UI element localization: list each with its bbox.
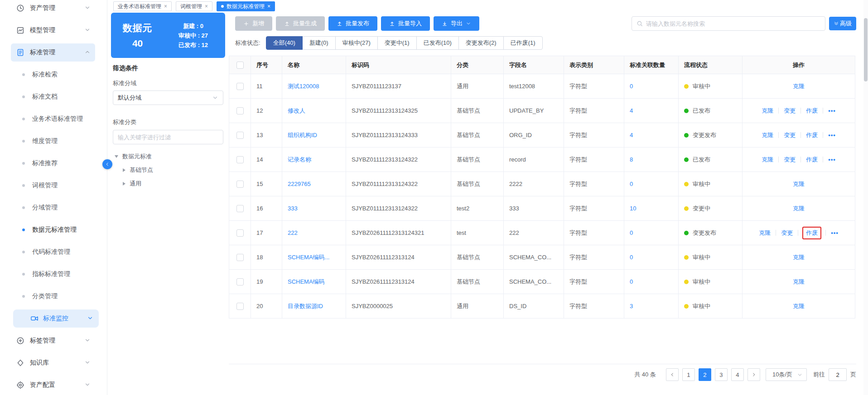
relation-count-link[interactable]: 0 <box>630 229 633 236</box>
sidebar-item-standard-monitor[interactable]: 标准监控 <box>13 309 99 328</box>
row-checkbox[interactable] <box>236 156 244 163</box>
prev-page-button[interactable] <box>666 368 679 381</box>
relation-count-link[interactable]: 8 <box>630 156 633 163</box>
row-checkbox[interactable] <box>236 83 244 90</box>
next-page-button[interactable] <box>747 368 760 381</box>
op-link-变更[interactable]: 变更 <box>784 156 796 164</box>
page-size-select[interactable]: 10条/页 <box>766 368 807 381</box>
goto-page-input[interactable] <box>829 368 847 381</box>
sidebar-item-model-mgmt[interactable]: 模型管理 <box>11 21 95 39</box>
sidebar-item-standard-recommend[interactable]: 标准推荐 <box>11 154 95 172</box>
more-actions-button[interactable]: ••• <box>828 156 836 163</box>
relation-count-link[interactable]: 4 <box>630 132 633 138</box>
name-link[interactable]: 修改人 <box>288 107 305 114</box>
row-checkbox[interactable] <box>236 205 244 212</box>
category-keyword-input[interactable] <box>113 130 223 144</box>
op-link-变更[interactable]: 变更 <box>784 107 796 115</box>
select-all-checkbox[interactable] <box>236 62 244 69</box>
批量生成-button[interactable]: 批量生成 <box>276 16 325 31</box>
op-link-作废[interactable]: 作废 <box>806 229 818 236</box>
page-tab[interactable]: 词根管理× <box>176 1 212 11</box>
sidebar-item-standard-doc[interactable]: 标准文档 <box>11 88 95 106</box>
status-tab[interactable]: 已发布(10) <box>416 36 459 50</box>
op-link-克隆[interactable]: 克隆 <box>793 278 805 286</box>
page-button-4[interactable]: 4 <box>731 368 744 381</box>
close-icon[interactable]: × <box>164 3 167 10</box>
status-tab[interactable]: 新建(0) <box>302 36 336 50</box>
row-checkbox[interactable] <box>236 303 244 310</box>
status-tab[interactable]: 变更中(1) <box>377 36 417 50</box>
name-link[interactable]: 测试120008 <box>288 83 319 90</box>
sidebar-item-knowledge-base[interactable]: 知识库 <box>11 354 95 372</box>
sidebar-item-asset-mgmt[interactable]: 资产管理 <box>11 0 95 17</box>
row-checkbox[interactable] <box>236 107 244 114</box>
relation-count-link[interactable]: 0 <box>630 278 633 285</box>
op-link-克隆[interactable]: 克隆 <box>793 253 805 262</box>
sidebar-item-business-term-standard-mgmt[interactable]: 业务术语标准管理 <box>11 110 95 128</box>
domain-select[interactable]: 默认分域 <box>113 90 223 105</box>
name-link[interactable]: SCHEMA编码... <box>288 254 329 261</box>
新增-button[interactable]: 新增 <box>235 16 272 31</box>
批量导入-button[interactable]: 批量导入 <box>381 16 430 31</box>
sidebar-item-asset-config[interactable]: 资产配置 <box>11 376 95 394</box>
close-icon[interactable]: × <box>267 3 270 10</box>
caret-down-icon[interactable] <box>115 155 118 158</box>
more-actions-button[interactable]: ••• <box>828 107 836 114</box>
tree-node[interactable]: 基础节点 <box>113 163 223 177</box>
op-link-克隆[interactable]: 克隆 <box>793 302 805 310</box>
导出-button[interactable]: 导出 <box>434 16 479 31</box>
caret-right-icon[interactable] <box>123 168 125 172</box>
caret-right-icon[interactable] <box>123 182 125 186</box>
relation-count-link[interactable]: 0 <box>630 254 633 261</box>
name-link[interactable]: 记录名称 <box>288 156 311 163</box>
sidebar-item-dimension-mgmt[interactable]: 维度管理 <box>11 132 95 150</box>
status-tab[interactable]: 审核中(27) <box>335 36 378 50</box>
sidebar-item-data-element-standard-mgmt[interactable]: 数据元标准管理 <box>11 221 95 239</box>
sidebar-item-indicator-standard-mgmt[interactable]: 指标标准管理 <box>11 265 95 283</box>
close-icon[interactable]: × <box>205 3 208 10</box>
relation-count-link[interactable]: 0 <box>630 83 633 90</box>
name-link[interactable]: SCHEMA编码 <box>288 278 325 285</box>
sidebar-item-word-root-mgmt[interactable]: 词根管理 <box>11 176 95 195</box>
page-tab[interactable]: 业务术语标准管理× <box>113 1 172 11</box>
name-link[interactable]: 333 <box>288 205 298 212</box>
relation-count-link[interactable]: 0 <box>630 181 633 187</box>
page-tab[interactable]: 数据元标准管理× <box>217 1 275 11</box>
op-link-克隆[interactable]: 克隆 <box>793 180 805 188</box>
row-checkbox[interactable] <box>236 181 244 188</box>
name-link[interactable]: 2229765 <box>288 181 311 187</box>
op-link-克隆[interactable]: 克隆 <box>762 107 773 115</box>
page-button-1[interactable]: 1 <box>682 368 695 381</box>
collapse-panel-button[interactable] <box>102 159 112 169</box>
name-link[interactable]: 目录数据源ID <box>288 303 323 309</box>
name-link[interactable]: 组织机构ID <box>288 132 317 138</box>
scrollbar-thumb[interactable] <box>864 18 868 81</box>
page-button-2[interactable]: 2 <box>699 368 711 381</box>
advanced-search-button[interactable]: 高级 <box>829 17 856 30</box>
page-scrollbar[interactable] <box>863 0 868 395</box>
status-tab[interactable]: 全部(40) <box>266 36 303 50</box>
op-link-作废[interactable]: 作废 <box>806 156 818 164</box>
op-link-克隆[interactable]: 克隆 <box>762 131 773 139</box>
sidebar-item-tag-mgmt[interactable]: 标签管理 <box>11 332 95 350</box>
sidebar-item-code-standard-mgmt[interactable]: 代码标准管理 <box>11 243 95 261</box>
sidebar-item-standard-search[interactable]: 标准检索 <box>11 66 95 84</box>
more-actions-button[interactable]: ••• <box>828 132 836 138</box>
row-checkbox[interactable] <box>236 254 244 261</box>
name-link[interactable]: 222 <box>288 229 298 236</box>
row-checkbox[interactable] <box>236 278 244 286</box>
status-tab[interactable]: 已作废(1) <box>503 36 543 50</box>
tree-node[interactable]: 数据元标准 <box>113 150 223 163</box>
relation-count-link[interactable]: 4 <box>630 107 633 114</box>
relation-count-link[interactable]: 3 <box>630 303 633 309</box>
op-link-克隆[interactable]: 克隆 <box>759 229 771 237</box>
op-link-克隆[interactable]: 克隆 <box>762 156 773 164</box>
op-link-作废[interactable]: 作废 <box>806 107 818 115</box>
page-button-3[interactable]: 3 <box>715 368 728 381</box>
op-link-克隆[interactable]: 克隆 <box>793 82 805 90</box>
sidebar-item-category-mgmt[interactable]: 分类管理 <box>11 287 95 305</box>
sidebar-item-domain-mgmt[interactable]: 分域管理 <box>11 199 95 217</box>
search-input[interactable] <box>646 20 820 27</box>
op-link-变更[interactable]: 变更 <box>784 131 796 139</box>
op-link-作废[interactable]: 作废 <box>806 131 818 139</box>
